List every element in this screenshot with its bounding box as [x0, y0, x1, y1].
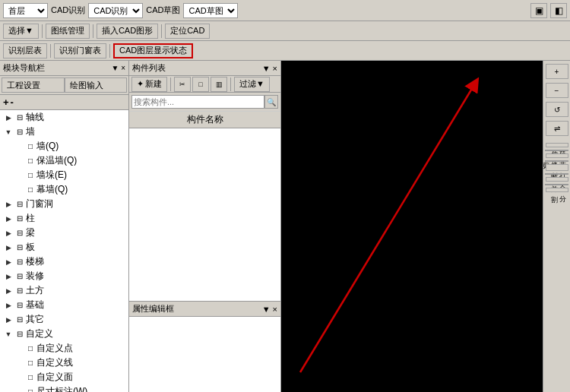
mid-icon-3[interactable]: ▥	[211, 77, 227, 92]
identify-door-button[interactable]: 识别门窗表	[54, 43, 106, 58]
tree-item-wall-q[interactable]: □ 墙(Q)	[0, 139, 128, 153]
curtain-wall-icon: □	[24, 185, 36, 195]
new-component-btn[interactable]: ✦ 新建	[131, 77, 167, 92]
wall-label: 墙	[26, 125, 35, 138]
middle-panel-pin[interactable]: ▼ ×	[262, 64, 277, 73]
search-input[interactable]	[131, 95, 264, 109]
properties-panel: 属性编辑框 ▼ ×	[129, 301, 280, 392]
right-tool-rotate[interactable]: ↺	[546, 102, 568, 117]
engineering-setup-btn[interactable]: 工程设置	[2, 77, 65, 93]
custom-face-label: 自定义面	[36, 371, 73, 384]
mid-icon-1[interactable]: ✂	[174, 77, 191, 92]
slab-toggle[interactable]: ▶	[3, 242, 14, 253]
other-toggle[interactable]: ▶	[3, 315, 14, 325]
left-panel-title: 模块导航栏	[3, 62, 45, 74]
locate-cad-button[interactable]: 定位CAD	[165, 24, 210, 39]
left-panel-pin[interactable]: ▼ ×	[111, 64, 125, 72]
right-side-toolbar: + − ↺ ⇌ 延伸 非修剪 打断. 合并 分割	[543, 61, 570, 392]
wall-stack-toggle	[14, 170, 24, 181]
door-window-toggle[interactable]: ▶	[3, 199, 14, 210]
merge-btn[interactable]: 合并	[546, 177, 568, 182]
column-toggle[interactable]: ▶	[3, 213, 14, 224]
tree-item-custom-point[interactable]: □ 自定义点	[0, 341, 128, 356]
stair-icon: ⊟	[14, 257, 26, 267]
custom-line-icon: □	[24, 358, 36, 368]
tree-item-column[interactable]: ▶ ⊟ 柱	[0, 211, 128, 226]
drawing-input-btn[interactable]: 绘图输入	[65, 77, 128, 93]
filter-btn[interactable]: 过滤▼	[234, 77, 270, 92]
drawing-mgmt-button[interactable]: 图纸管理	[46, 24, 90, 39]
mid-sep-2	[230, 77, 231, 91]
tree-item-custom[interactable]: ▼ ⊟ 自定义	[0, 327, 128, 341]
beam-toggle[interactable]: ▶	[3, 228, 14, 239]
cad-id-select[interactable]: CAD识别	[88, 3, 143, 18]
middle-panel-title-bar: 构件列表 ▼ ×	[129, 61, 280, 76]
custom-line-toggle	[14, 358, 24, 368]
identify-layer-button[interactable]: 识别层表	[3, 43, 47, 58]
slab-icon: ⊟	[14, 242, 26, 253]
decoration-icon: ⊟	[14, 271, 26, 282]
curtain-wall-label: 幕墙(Q)	[36, 183, 68, 196]
break-btn[interactable]: 打断.	[546, 164, 568, 171]
insert-cad-button[interactable]: 插入CAD图形	[97, 24, 158, 39]
wall-toggle[interactable]: ▼	[3, 127, 14, 138]
insulation-label: 保温墙(Q)	[36, 154, 77, 167]
mid-icon-2[interactable]: □	[192, 77, 209, 92]
tree-item-point-label[interactable]: □ 尺寸标注(W)	[0, 384, 128, 392]
tree-item-insulation[interactable]: □ 保温墙(Q)	[0, 153, 128, 168]
custom-line-label: 自定义线	[36, 356, 73, 369]
tree-item-wall-stack[interactable]: □ 墙垛(E)	[0, 168, 128, 182]
tree-item-door-window[interactable]: ▶ ⊟ 门窗洞	[0, 197, 128, 211]
search-icon[interactable]: 🔍	[264, 95, 278, 109]
select-button[interactable]: 选择▼	[3, 24, 39, 39]
toolbar-icon-2[interactable]: ◧	[550, 3, 567, 18]
axis-label: 轴线	[26, 111, 44, 124]
decoration-label: 装修	[26, 270, 44, 283]
tree-item-other[interactable]: ▶ ⊟ 其它	[0, 312, 128, 327]
svg-line-1	[300, 84, 475, 372]
split-btn[interactable]: 分割	[546, 188, 568, 192]
point-label-icon: □	[24, 387, 36, 393]
left-panel-title-bar: 模块导航栏 ▼ ×	[0, 61, 128, 76]
right-tool-1[interactable]: +	[546, 64, 568, 79]
column-icon: ⊟	[14, 213, 26, 224]
extend-btn[interactable]: 延伸	[546, 143, 568, 147]
right-tool-mirror[interactable]: ⇌	[546, 121, 568, 136]
tree-add-btn[interactable]: +	[3, 96, 9, 108]
separator-5	[109, 44, 110, 58]
tree-item-custom-line[interactable]: □ 自定义线	[0, 356, 128, 370]
stair-toggle[interactable]: ▶	[3, 257, 14, 267]
cad-layer-status-button[interactable]: CAD图层显示状态	[113, 43, 193, 58]
custom-icon: ⊟	[14, 329, 26, 340]
trim-btn[interactable]: 非修剪	[546, 153, 568, 158]
tree-item-curtain-wall[interactable]: □ 幕墙(Q)	[0, 182, 128, 197]
tree-item-axis[interactable]: ▶ ⊟ 轴线	[0, 110, 128, 125]
tree-item-cubic[interactable]: ▶ ⊟ 土方	[0, 283, 128, 298]
wall-q-toggle	[14, 141, 24, 152]
cubic-toggle[interactable]: ▶	[3, 286, 14, 296]
properties-title-bar: 属性编辑框 ▼ ×	[129, 302, 280, 317]
tree-item-slab[interactable]: ▶ ⊟ 板	[0, 240, 128, 254]
component-name-header: 构件名称	[129, 112, 280, 128]
tree-item-stair[interactable]: ▶ ⊟ 楼梯	[0, 254, 128, 269]
tree-item-custom-face[interactable]: □ 自定义面	[0, 370, 128, 384]
door-window-icon: ⊟	[14, 199, 26, 210]
foundation-label: 基础	[26, 299, 44, 311]
tree-item-foundation[interactable]: ▶ ⊟ 基础	[0, 298, 128, 312]
other-label: 其它	[26, 313, 44, 326]
custom-toggle[interactable]: ▼	[3, 329, 14, 340]
tree-item-beam[interactable]: ▶ ⊟ 梁	[0, 226, 128, 240]
tree-minus-btn[interactable]: -	[11, 96, 14, 108]
axis-toggle[interactable]: ▶	[3, 112, 14, 123]
decoration-toggle[interactable]: ▶	[3, 271, 14, 282]
cubic-label: 土方	[26, 284, 44, 297]
right-tool-2[interactable]: −	[546, 83, 568, 98]
tree-item-wall[interactable]: ▼ ⊟ 墙	[0, 125, 128, 139]
wall-stack-icon: □	[24, 170, 36, 181]
floor-select[interactable]: 首层第二层基础层	[3, 3, 48, 18]
foundation-toggle[interactable]: ▶	[3, 300, 14, 311]
cad-drawing-select[interactable]: CAD草图	[183, 3, 238, 18]
tree-item-decoration[interactable]: ▶ ⊟ 装修	[0, 269, 128, 283]
properties-pin[interactable]: ▼ ×	[262, 305, 277, 314]
toolbar-icon-1[interactable]: ▣	[530, 3, 547, 18]
